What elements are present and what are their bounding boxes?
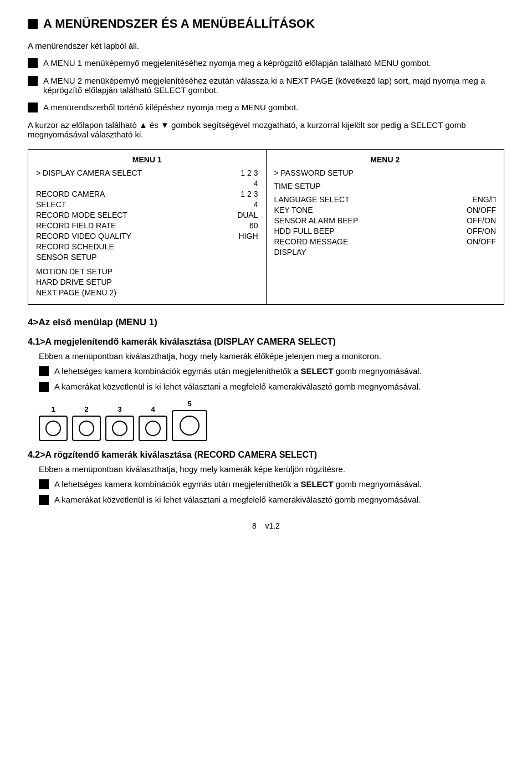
cam-box-1 [39,416,68,441]
section41-bullet-text-2: A kamerákat közvetlenül is ki lehet vála… [54,382,504,391]
menu1-cell: MENU 1 > DISPLAY CAMERA SELECT 1 2 3 4 R… [28,150,267,305]
menu1-row-1: 4 [36,179,258,188]
intro-text-2: A MENU 2 menüképernyő megjelenítéséhez e… [43,76,504,95]
intro-text-1: A MENU 1 menüképernyő megjelenítéséhez n… [43,58,504,68]
cam-item-5: 5 [172,400,207,441]
menu1-title: MENU 1 [36,155,258,164]
menu1-row-10: HARD DRIVE SETUP [36,278,258,286]
menu1-row-2: RECORD CAMERA 1 2 3 [36,190,258,198]
menu2-title: MENU 2 [274,155,497,164]
menu1-row-9: MOTION DET SETUP [36,267,258,276]
section42-bullet-text-1: A lehetséges kamera kombinációk egymás u… [54,479,504,489]
cam-item-2: 2 [72,405,101,441]
section42-bullet-1: A lehetséges kamera kombinációk egymás u… [39,479,504,489]
section41-heading: 4.1>A megjelenítendő kamerák kiválasztás… [28,337,504,347]
menu2-row-3: KEY TONE ON/OFF [274,206,497,214]
bullet-4 [39,366,49,376]
menu2-row-5: HDD FULL BEEP OFF/ON [274,227,497,235]
cam-circle-3 [112,421,127,436]
footer-page: 8 [252,521,257,530]
menu2-row-6: RECORD MESSAGE ON/OFF [274,237,497,246]
section4-heading: 4>Az első menülap (MENU 1) [28,317,504,328]
menu1-row-11: NEXT PAGE (MENU 2) [36,288,258,297]
menu-table: MENU 1 > DISPLAY CAMERA SELECT 1 2 3 4 R… [28,149,504,305]
section41-bullet-1: A lehetséges kamera kombinációk egymás u… [39,366,504,376]
menu1-row-7: RECORD SCHEDULE [36,242,258,251]
intro-text-3: A menürendszerből történő kilépéshez nyo… [43,103,504,112]
section41-bullet-2: A kamerákat közvetlenül is ki lehet vála… [39,382,504,392]
cam-circle-2 [79,421,94,436]
cam-circle-1 [45,421,61,436]
cam-item-1: 1 [39,405,68,441]
bullet-5 [39,382,49,392]
cam-item-4: 4 [139,405,167,441]
footer-version: v1.2 [265,521,279,530]
section41-bullet-text-1: A lehetséges kamera kombinációk egymás u… [54,366,504,376]
bullet-7 [39,495,49,505]
cam-box-4 [139,416,167,441]
bullet-2 [28,76,38,86]
intro-section-2: A MENU 2 menüképernyő megjelenítéséhez e… [28,76,504,95]
menu1-row-0: > DISPLAY CAMERA SELECT 1 2 3 [36,168,258,177]
intro-section-1: A MENU 1 menüképernyő megjelenítéséhez n… [28,58,504,68]
section42-intro: Ebben a menüpontban kiválaszthatja, hogy… [39,464,504,474]
menu1-row-4: RECORD MODE SELECT DUAL [36,211,258,219]
section42-heading: 4.2>A rögzítendő kamerák kiválasztása (R… [28,450,504,460]
bullet-6 [39,479,49,489]
cam-item-3: 3 [105,405,134,441]
title-bullet [28,19,38,29]
cam-circle-5 [180,416,200,436]
menu2-row-7: DISPLAY [274,248,497,257]
menu1-row-6: RECORD VIDEO QUALITY HIGH [36,232,258,240]
menu1-row-5: RECORD FIELD RATE 60 [36,221,258,230]
section42-bullet-text-2: A kamerákat közvetlenül is ki lehet vála… [54,495,504,504]
bullet-3 [28,103,38,112]
cam-circle-4 [145,421,161,436]
cam-box-3 [105,416,134,441]
cursor-text: A kurzor az előlapon található ▲ és ▼ go… [28,120,504,139]
menu2-row-4: SENSOR ALARM BEEP OFF/ON [274,216,497,225]
intro-section-3: A menürendszerből történő kilépéshez nyo… [28,103,504,112]
footer: 8 v1.2 [28,521,504,530]
menu1-row-3: SELECT 4 [36,200,258,209]
menu1-row-8: SENSOR SETUP [36,253,258,262]
bullet-1 [28,58,38,68]
menu2-row-0: > PASSWORD SETUP [274,168,497,177]
menu2-row-2: LANGUAGE SELECT ENG/□ [274,195,497,204]
section42-bullet-2: A kamerákat közvetlenül is ki lehet vála… [39,495,504,505]
camera-icons-row: 1 2 3 4 5 [39,400,504,441]
menu2-cell: MENU 2 > PASSWORD SETUP TIME SETUP LANGU… [266,150,504,305]
cam-box-5 [172,410,207,441]
intro-p1: A menürendszer két lapból áll. [28,41,504,50]
section41-intro: Ebben a menüpontban kiválaszthatja, hogy… [39,351,504,361]
cam-box-2 [72,416,101,441]
page-title: A MENÜRENDSZER ÉS A MENÜBEÁLLÍTÁSOK [28,17,504,31]
menu2-row-1: TIME SETUP [274,182,497,191]
